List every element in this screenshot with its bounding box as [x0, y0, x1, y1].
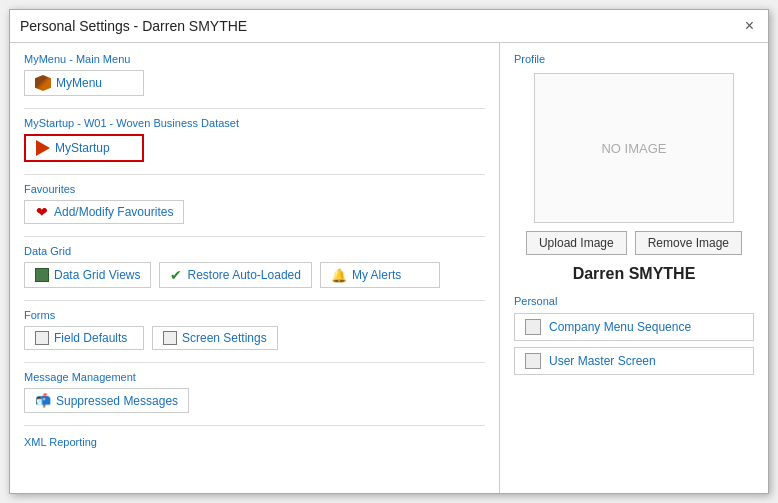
- remove-image-button[interactable]: Remove Image: [635, 231, 742, 255]
- divider-6: [24, 425, 485, 426]
- xml-reporting-link[interactable]: XML Reporting: [24, 436, 97, 448]
- profile-label: Profile: [514, 53, 754, 65]
- datagrid-btn-label: Data Grid Views: [54, 268, 140, 282]
- field-defaults-btn-label: Field Defaults: [54, 331, 127, 345]
- datagrid-views-button[interactable]: Data Grid Views: [24, 262, 151, 288]
- divider-3: [24, 236, 485, 237]
- screen-settings-button[interactable]: Screen Settings: [152, 326, 278, 350]
- divider-5: [24, 362, 485, 363]
- divider-1: [24, 108, 485, 109]
- heart-icon: ❤: [35, 205, 49, 219]
- favourites-btn-label: Add/Modify Favourites: [54, 205, 173, 219]
- divider-4: [24, 300, 485, 301]
- xml-section: XML Reporting: [24, 434, 485, 449]
- personal-section-label: Personal: [514, 295, 754, 307]
- upload-image-button[interactable]: Upload Image: [526, 231, 627, 255]
- user-master-screen-button[interactable]: User Master Screen: [514, 347, 754, 375]
- datagrid-section-label: Data Grid: [24, 245, 485, 257]
- forms-btn-row: Field Defaults Screen Settings: [24, 326, 485, 350]
- favourites-button[interactable]: ❤ Add/Modify Favourites: [24, 200, 184, 224]
- mystartup-section: MyStartup - W01 - Woven Business Dataset…: [24, 117, 485, 162]
- forms-section: Forms Field Defaults Screen Settings: [24, 309, 485, 350]
- restore-btn-label: Restore Auto-Loaded: [187, 268, 300, 282]
- right-panel: Profile NO IMAGE Upload Image Remove Ima…: [500, 43, 768, 493]
- personal-settings-dialog: Personal Settings - Darren SMYTHE × MyMe…: [9, 9, 769, 494]
- favourites-btn-row: ❤ Add/Modify Favourites: [24, 200, 485, 224]
- screen-icon: [163, 331, 177, 345]
- no-image-text: NO IMAGE: [601, 141, 666, 156]
- favourites-section: Favourites ❤ Add/Modify Favourites: [24, 183, 485, 224]
- mymenu-section-label: MyMenu - Main Menu: [24, 53, 485, 65]
- favourites-section-label: Favourites: [24, 183, 485, 195]
- mystartup-btn-label: MyStartup: [55, 141, 110, 155]
- message-mgmt-btn-row: 📬 Suppressed Messages: [24, 388, 485, 413]
- dialog-titlebar: Personal Settings - Darren SMYTHE ×: [10, 10, 768, 43]
- user-name: Darren SMYTHE: [514, 265, 754, 283]
- check-icon: ✔: [170, 267, 182, 283]
- left-panel: MyMenu - Main Menu MyMenu MyStartup - W0…: [10, 43, 500, 493]
- user-master-icon: [525, 353, 541, 369]
- mystartup-section-label: MyStartup - W01 - Woven Business Dataset: [24, 117, 485, 129]
- mystartup-button[interactable]: MyStartup: [24, 134, 144, 162]
- mymenu-section: MyMenu - Main Menu MyMenu: [24, 53, 485, 96]
- company-menu-icon: [525, 319, 541, 335]
- message-mgmt-section: Message Management 📬 Suppressed Messages: [24, 371, 485, 413]
- field-defaults-button[interactable]: Field Defaults: [24, 326, 144, 350]
- datagrid-section: Data Grid Data Grid Views ✔ Restore Auto…: [24, 245, 485, 288]
- personal-btn-row: Company Menu Sequence User Master Screen: [514, 313, 754, 375]
- suppressed-icon: 📬: [35, 393, 51, 408]
- image-btn-row: Upload Image Remove Image: [514, 231, 754, 255]
- bell-icon: 🔔: [331, 268, 347, 283]
- fields-icon: [35, 331, 49, 345]
- forms-section-label: Forms: [24, 309, 485, 321]
- datagrid-btn-row: Data Grid Views ✔ Restore Auto-Loaded 🔔 …: [24, 262, 485, 288]
- mystartup-icon: [36, 140, 50, 156]
- dialog-title: Personal Settings - Darren SMYTHE: [20, 18, 247, 34]
- screen-settings-btn-label: Screen Settings: [182, 331, 267, 345]
- close-button[interactable]: ×: [741, 16, 758, 36]
- mymenu-btn-label: MyMenu: [56, 76, 102, 90]
- profile-image-box: NO IMAGE: [534, 73, 734, 223]
- restore-autoloaded-button[interactable]: ✔ Restore Auto-Loaded: [159, 262, 311, 288]
- dialog-body: MyMenu - Main Menu MyMenu MyStartup - W0…: [10, 43, 768, 493]
- suppressed-btn-label: Suppressed Messages: [56, 394, 178, 408]
- mymenu-btn-row: MyMenu: [24, 70, 485, 96]
- alerts-btn-label: My Alerts: [352, 268, 401, 282]
- company-menu-btn-label: Company Menu Sequence: [549, 320, 691, 334]
- divider-2: [24, 174, 485, 175]
- message-mgmt-label: Message Management: [24, 371, 485, 383]
- datagrid-icon: [35, 268, 49, 282]
- mymenu-button[interactable]: MyMenu: [24, 70, 144, 96]
- mymenu-icon: [35, 75, 51, 91]
- mystartup-btn-row: MyStartup: [24, 134, 485, 162]
- suppressed-messages-button[interactable]: 📬 Suppressed Messages: [24, 388, 189, 413]
- company-menu-sequence-button[interactable]: Company Menu Sequence: [514, 313, 754, 341]
- my-alerts-button[interactable]: 🔔 My Alerts: [320, 262, 440, 288]
- user-master-btn-label: User Master Screen: [549, 354, 656, 368]
